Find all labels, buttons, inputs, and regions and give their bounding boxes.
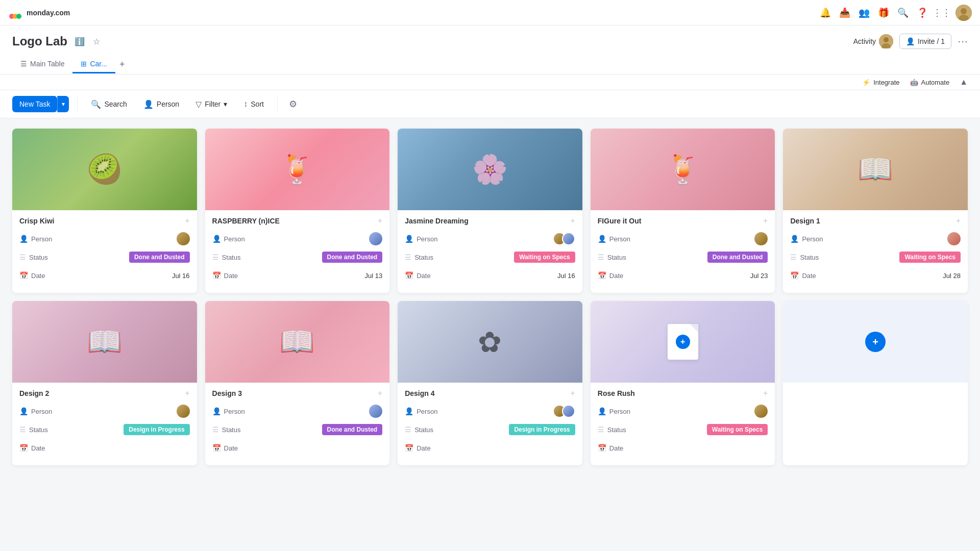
automate-button[interactable]: 🤖 Automate — [910, 79, 950, 86]
person-button[interactable]: 👤 Person — [138, 96, 184, 112]
search-button[interactable]: 🔍 Search — [86, 96, 132, 112]
card-title: Design 1 — [790, 217, 820, 225]
date-value: Jul 28 — [943, 272, 961, 280]
status-field-label: ☰ Status — [598, 253, 626, 261]
status-value: Done and Dusted — [322, 424, 383, 435]
date-label-text: Date — [224, 272, 238, 280]
card-title: Jasmine Dreaming — [405, 217, 469, 225]
status-icon: ☰ — [598, 253, 604, 261]
date-field: 📅 Date — [598, 441, 768, 455]
card-art: 🍹 — [665, 153, 701, 186]
status-badge: Done and Dusted — [129, 252, 190, 263]
toolbar-separator-2 — [277, 97, 278, 111]
tab-card-view[interactable]: ⊞ Car... — [72, 56, 115, 73]
person-value — [754, 232, 768, 245]
add-card[interactable]: + — [783, 301, 968, 465]
card-add-button[interactable]: + — [763, 216, 768, 226]
calendar-icon: 📅 — [790, 271, 799, 280]
status-value: Done and Dusted — [707, 252, 768, 263]
project-title: Logo Lab — [12, 34, 67, 48]
automate-icon: 🤖 — [910, 79, 918, 86]
user-avatar[interactable] — [955, 5, 972, 21]
search-label: Search — [104, 100, 127, 108]
add-file-icon: + — [676, 335, 690, 349]
status-field-label: ☰ Status — [212, 425, 241, 434]
toolbar-separator-1 — [77, 97, 78, 111]
person-avatar-multi — [553, 405, 575, 418]
person-field-icon: 👤 — [212, 407, 221, 415]
sort-button[interactable]: ↕ Sort — [238, 96, 269, 112]
integrate-button[interactable]: ⚡ Integrate — [862, 79, 899, 86]
logo[interactable]: monday.com — [8, 6, 70, 20]
card-add-button[interactable]: + — [570, 389, 575, 398]
tab-main-table[interactable]: ☰ Main Table — [12, 56, 72, 73]
card-add-button[interactable]: + — [185, 389, 189, 398]
add-card-body — [783, 383, 968, 413]
card-design4[interactable]: ✿ Design 4 + 👤 Person — [398, 301, 582, 465]
person-value — [369, 232, 382, 245]
card-add-button[interactable]: + — [570, 216, 575, 226]
person-field: 👤 Person — [212, 404, 383, 418]
status-field-label: ☰ Status — [790, 253, 819, 261]
filter-button[interactable]: ▽ Filter ▾ — [190, 96, 232, 112]
card-art: 📖 — [279, 325, 315, 359]
card-jasmine[interactable]: 🌸 Jasmine Dreaming + 👤 Person — [398, 129, 582, 293]
new-task-dropdown-button[interactable]: ▾ — [57, 96, 69, 112]
person-field: 👤 Person — [598, 232, 768, 246]
status-icon: ☰ — [212, 253, 219, 261]
card-crisp-kiwi[interactable]: 🥝 Crisp Kiwi + 👤 Person — [12, 129, 197, 293]
status-value: Done and Dusted — [322, 252, 383, 263]
more-options-button[interactable]: ⋯ — [958, 35, 968, 47]
card-add-button[interactable]: + — [763, 389, 768, 398]
card-art: 📖 — [87, 325, 122, 359]
date-field: 📅 Date — [405, 441, 575, 455]
help-icon[interactable]: ❓ — [917, 7, 928, 18]
apps-icon[interactable]: ⋮⋮ — [936, 7, 947, 18]
person-field-label: 👤 Person — [598, 407, 630, 415]
card-add-button[interactable]: + — [956, 216, 961, 226]
avatar-2 — [562, 232, 575, 245]
new-task-button[interactable]: New Task — [12, 96, 57, 112]
card-title: Design 4 — [405, 389, 434, 397]
person-field-label: 👤 Person — [405, 235, 437, 243]
activity-button[interactable]: Activity — [853, 34, 893, 48]
invite-button[interactable]: 👤 Invite / 1 — [899, 34, 951, 49]
card-figure[interactable]: 🍹 FIGure it Out + 👤 Person — [591, 129, 775, 293]
status-icon: ☰ — [790, 253, 797, 261]
date-value: Jul 16 — [172, 272, 190, 280]
new-task-wrapper: New Task ▾ — [12, 96, 69, 112]
card-add-button[interactable]: + — [378, 389, 382, 398]
filter-label: Filter — [205, 100, 220, 108]
card-image-crisp-kiwi: 🥝 — [12, 129, 197, 210]
search-icon[interactable]: 🔍 — [897, 7, 909, 18]
activity-avatar — [879, 34, 893, 48]
settings-button[interactable]: ⚙ — [286, 95, 300, 113]
status-value: Waiting on Specs — [514, 252, 575, 263]
star-button[interactable]: ☆ — [91, 35, 102, 48]
card-rose-rush[interactable]: + Rose Rush + 👤 Person — [591, 301, 775, 465]
card-body-rose-rush: Rose Rush + 👤 Person ☰ Status — [591, 383, 775, 465]
gift-icon[interactable]: 🎁 — [878, 7, 889, 18]
table-icon: ☰ — [20, 60, 27, 68]
card-add-button[interactable]: + — [185, 216, 189, 226]
people-icon[interactable]: 👥 — [859, 7, 870, 18]
info-button[interactable]: ℹ️ — [72, 35, 87, 48]
tab-add-button[interactable]: + — [115, 55, 129, 74]
person-label: Person — [157, 100, 179, 108]
card-design1[interactable]: 📖 Design 1 + 👤 Person — [783, 129, 968, 293]
card-raspberry[interactable]: 🍹 RASPBERRY (n)ICE + 👤 Person — [205, 129, 390, 293]
collapse-button[interactable]: ▲ — [960, 78, 968, 87]
search-icon: 🔍 — [91, 99, 101, 109]
card-image-jasmine: 🌸 — [398, 129, 582, 210]
date-field-label: 📅 Date — [598, 444, 623, 452]
card-body-design2: Design 2 + 👤 Person ☰ Status — [12, 383, 197, 465]
card-art: 🍹 — [279, 153, 315, 186]
inbox-icon[interactable]: 📥 — [839, 7, 850, 18]
date-field: 📅 Date — [212, 441, 383, 455]
card-design2[interactable]: 📖 Design 2 + 👤 Person — [12, 301, 197, 465]
card-design3[interactable]: 📖 Design 3 + 👤 Person — [205, 301, 390, 465]
filter-icon: ▽ — [195, 99, 202, 109]
notification-icon[interactable]: 🔔 — [820, 7, 831, 18]
card-add-button[interactable]: + — [378, 216, 382, 226]
card-title: Crisp Kiwi — [19, 217, 54, 225]
